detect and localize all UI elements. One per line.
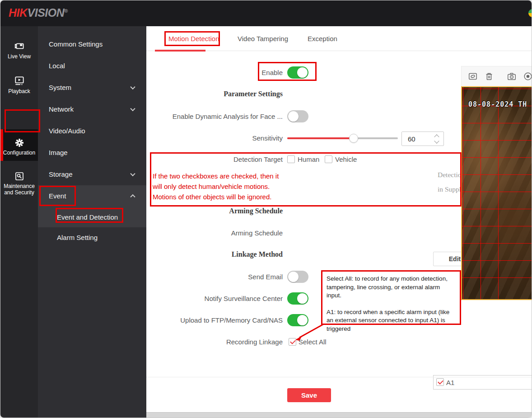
sidebar-item-label: Playback	[0, 88, 38, 94]
toggle-knob	[297, 293, 308, 304]
sidebar-item-playback[interactable]: Playback	[0, 75, 38, 94]
chevron-down-icon	[130, 106, 135, 111]
preview-toolbar	[461, 66, 532, 86]
menu-item-video-audio[interactable]: Video/Audio	[38, 120, 146, 142]
toggle-knob	[297, 67, 308, 78]
menu-item-label: Event	[49, 192, 66, 200]
sidebar-item-label: Live View	[0, 53, 38, 60]
menu-item-event[interactable]: Event	[38, 185, 146, 207]
linkage-method-header: Linkage Method	[232, 250, 283, 258]
notify-center-toggle[interactable]	[287, 292, 308, 305]
sidebar-item-maintenance[interactable]: Maintenance and Security	[0, 171, 38, 196]
upload-ftp-toggle[interactable]	[287, 314, 308, 326]
vehicle-checkbox-label: Vehicle	[335, 155, 357, 164]
toggle-knob	[288, 272, 299, 282]
live-preview[interactable]: 08-08-2024 TH	[461, 86, 532, 300]
toggle-knob	[297, 315, 308, 325]
chevron-down-icon	[130, 171, 135, 176]
menu-item-label: Image	[49, 149, 68, 156]
motion-grid-overlay	[462, 87, 532, 299]
gear-icon	[14, 137, 25, 148]
human-checkbox-label: Human	[298, 155, 319, 164]
parameter-settings-header: Parameter Settings	[224, 90, 283, 98]
menu-item-label: Common Settings	[49, 40, 103, 48]
detection-target-label: Detection Target	[233, 155, 283, 164]
a1-checkbox[interactable]	[436, 378, 444, 386]
dynamic-analysis-toggle[interactable]	[287, 110, 308, 122]
logo-vision: VISION	[28, 6, 65, 19]
send-email-label: Send Email	[248, 272, 283, 282]
dynamic-analysis-label: Enable Dynamic Analysis for Face ...	[173, 112, 283, 121]
menu-item-label: Storage	[49, 170, 73, 178]
a1-label: A1	[446, 379, 454, 387]
tab-exception[interactable]: Exception	[308, 26, 337, 51]
vehicle-checkbox[interactable]	[325, 155, 332, 163]
send-email-toggle[interactable]	[287, 271, 308, 283]
arming-schedule-label: Arming Schedule	[231, 229, 283, 238]
menu-item-label: Video/Audio	[49, 127, 85, 135]
sidebar-item-label: Maintenance and Security	[0, 183, 38, 196]
chevron-up-icon	[130, 194, 135, 199]
primary-sidebar: Live View Playback Configuration Mainten…	[0, 26, 38, 418]
delete-icon[interactable]	[484, 71, 494, 81]
menu-item-label: Alarm Setting	[57, 234, 98, 241]
menu-item-event-and-detection[interactable]: Event and Detection	[38, 207, 146, 227]
sensitivity-input[interactable]	[402, 132, 433, 146]
annotation-callout-box: Select All: to record for any motion det…	[321, 270, 461, 325]
select-all-checkbox[interactable]	[289, 338, 296, 346]
sidebar-item-configuration[interactable]: Configuration	[0, 129, 38, 161]
callout-paragraph-2: A1: to record when a specific alarm inpu…	[327, 308, 456, 333]
tab-motion-detection[interactable]: Motion Detection	[168, 26, 219, 51]
menu-item-system[interactable]: System	[38, 77, 146, 99]
slider-fill	[287, 137, 354, 139]
logo-hik: HIK	[9, 6, 28, 19]
maintenance-security-icon	[14, 171, 25, 182]
avatar[interactable]	[528, 9, 532, 17]
enable-toggle[interactable]	[287, 66, 308, 79]
live-view-camera-icon	[14, 40, 25, 52]
tab-video-tampering[interactable]: Video Tampering	[238, 26, 288, 51]
spinner-down-icon[interactable]	[434, 140, 439, 143]
menu-item-network[interactable]: Network	[38, 99, 146, 120]
playback-icon	[14, 75, 25, 87]
record-icon[interactable]	[523, 71, 532, 81]
annotation-checkbox-note: If the two checkboxes are checked, then …	[153, 171, 288, 202]
snapshot-icon[interactable]	[507, 71, 517, 81]
save-button[interactable]: Save	[287, 388, 331, 402]
sidebar-item-label: Configuration	[0, 150, 38, 156]
draw-area-icon[interactable]	[468, 71, 478, 81]
active-nav-indicator	[0, 129, 3, 161]
menu-item-common-settings[interactable]: Common Settings	[38, 33, 146, 55]
select-all-label: Select All	[299, 338, 327, 346]
chevron-down-icon	[130, 85, 135, 89]
active-tab-underline	[155, 50, 205, 52]
spinner-up-icon[interactable]	[434, 134, 439, 138]
sensitivity-input-box	[401, 132, 444, 146]
sensitivity-label: Sensitivity	[252, 134, 283, 143]
horizontal-scrollbar[interactable]	[146, 412, 532, 418]
menu-item-label: System	[49, 84, 71, 91]
arming-schedule-header: Arming Schedule	[229, 207, 283, 215]
hikvision-logo: HIKVISION®	[9, 6, 68, 19]
upload-ftp-label: Upload to FTP/Memory Card/NAS	[180, 316, 283, 325]
sidebar-item-live-view[interactable]: Live View	[0, 40, 38, 60]
toggle-knob	[288, 111, 299, 122]
notify-center-label: Notify Surveillance Center	[205, 294, 283, 303]
menu-item-alarm-setting[interactable]: Alarm Setting	[38, 227, 146, 248]
logo-registered-mark: ®	[64, 8, 68, 14]
menu-item-label: Local	[49, 62, 65, 70]
timestamp-overlay: 08-08-2024 TH	[468, 100, 527, 108]
human-checkbox[interactable]	[287, 155, 295, 163]
menu-item-label: Event and Detection	[57, 213, 118, 221]
menu-item-storage[interactable]: Storage	[38, 164, 146, 185]
slider-handle[interactable]	[349, 134, 358, 143]
menu-item-label: Network	[49, 105, 74, 113]
sensitivity-slider[interactable]	[287, 137, 398, 139]
secondary-sidebar: Common Settings Local System Network Vid…	[38, 26, 146, 418]
menu-item-local[interactable]: Local	[38, 55, 146, 77]
callout-paragraph-1: Select All: to record for any motion det…	[327, 275, 456, 300]
tab-bar: Motion Detection Video Tampering Excepti…	[146, 26, 532, 51]
recording-linkage-label: Recording Linkage	[226, 338, 283, 347]
menu-item-image[interactable]: Image	[38, 142, 146, 164]
enable-label: Enable	[261, 68, 283, 77]
